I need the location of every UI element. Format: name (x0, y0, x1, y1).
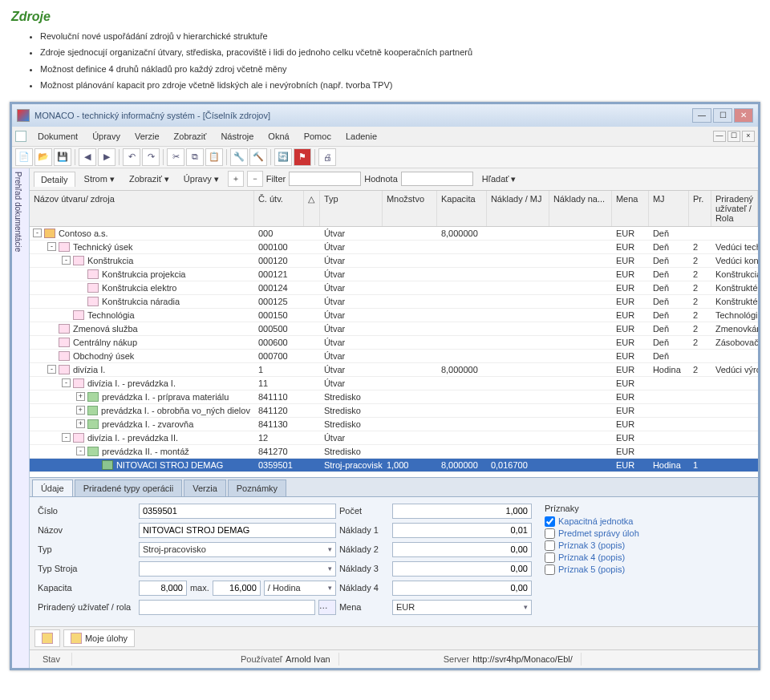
priznak-checkbox[interactable] (545, 540, 555, 551)
add-icon[interactable]: ＋ (228, 171, 244, 187)
priznak-item[interactable]: Predmet správy úloh (545, 528, 665, 539)
expand-icon[interactable]: - (62, 378, 71, 387)
minimize-button[interactable]: — (692, 108, 711, 123)
menu-okna[interactable]: Okná (261, 128, 295, 144)
tab-verzia[interactable]: Verzia (184, 479, 226, 496)
combo-mena[interactable]: EUR (392, 600, 532, 615)
priznak-checkbox[interactable] (545, 528, 555, 539)
flag-icon[interactable]: ⚑ (294, 148, 311, 166)
priznak-item[interactable]: Príznak 5 (popis) (545, 564, 665, 575)
combo-typstroja[interactable] (139, 561, 336, 577)
menu-zobrazit[interactable]: Zobraziť (168, 128, 213, 144)
table-row[interactable]: -divízia I. - prevádzka II.12ÚtvarEUR (30, 431, 758, 445)
menu-ladenie[interactable]: Ladenie (339, 128, 383, 144)
input-cislo[interactable] (139, 504, 336, 519)
priznaky-panel: Príznaky Kapacitná jednotkaPredmet správ… (545, 504, 665, 615)
tab-typy-operacii[interactable]: Priradené typy operácii (75, 479, 183, 496)
priznak-item[interactable]: Príznak 4 (popis) (545, 552, 665, 563)
table-row[interactable]: -Contoso a.s.000Útvar8,000000EURDeň (30, 227, 758, 241)
menu-nastroje[interactable]: Nástroje (214, 128, 260, 144)
btn-hladat[interactable]: Hľadať ▾ (476, 171, 522, 188)
input-nazov[interactable] (139, 523, 336, 538)
btn-tasks-icon[interactable] (34, 629, 60, 647)
nav-fwd-icon[interactable]: ▶ (98, 148, 116, 166)
new-icon[interactable]: 📄 (15, 148, 33, 166)
priznak-item[interactable]: Príznak 3 (popis) (545, 540, 665, 551)
hodnota-input[interactable] (401, 172, 473, 186)
priznak-item[interactable]: Kapacitná jednotka (545, 516, 665, 527)
tab-poznamky[interactable]: Poznámky (228, 479, 286, 496)
expand-icon[interactable]: - (47, 365, 56, 374)
table-row[interactable]: -Konštrukcia000120ÚtvarEURDeň2Vedúci kon… (30, 254, 758, 268)
input-nak3[interactable] (392, 561, 532, 577)
menu-verzie[interactable]: Verzie (128, 128, 166, 144)
close-button[interactable]: ✕ (734, 108, 753, 123)
menu-dokument[interactable]: Dokument (31, 128, 84, 144)
grid-body[interactable]: -Contoso a.s.000Útvar8,000000EURDeň-Tech… (30, 227, 758, 477)
input-nak1[interactable] (392, 523, 532, 538)
input-nak2[interactable] (392, 542, 532, 557)
input-kapmax[interactable] (213, 581, 261, 596)
table-row[interactable]: -Technický úsek000100ÚtvarEURDeň2Vedúci … (30, 241, 758, 254)
redo-icon[interactable]: ↷ (142, 148, 160, 166)
btn-strom[interactable]: Strom ▾ (79, 171, 120, 188)
btn-upravy[interactable]: Úpravy ▾ (178, 171, 225, 188)
table-row[interactable]: Centrálny nákup000600ÚtvarEURDeň2Zásobov… (30, 336, 758, 350)
table-row[interactable]: +prevádzka I. - obrobňa vo_ných dielov84… (30, 404, 758, 418)
expand-icon[interactable]: + (76, 392, 85, 401)
table-row[interactable]: Konštrukcia náradia000125ÚtvarEURDeň2Kon… (30, 295, 758, 309)
priznak-checkbox[interactable] (545, 516, 555, 527)
expand-icon[interactable]: - (33, 229, 42, 237)
maximize-button[interactable]: ☐ (713, 108, 732, 123)
filter-input[interactable] (289, 172, 361, 186)
menu-upravy[interactable]: Úpravy (86, 128, 127, 144)
hammer-icon[interactable]: 🔨 (249, 148, 267, 166)
btn-zobrazit[interactable]: Zobraziť ▾ (124, 171, 175, 188)
btn-lookup-user[interactable]: … (318, 600, 336, 615)
mdi-minimize-button[interactable]: — (713, 131, 726, 142)
menu-pomoc[interactable]: Pomoc (298, 128, 338, 144)
table-row[interactable]: -divízia I.1Útvar8,000000EURHodina2Vedúc… (30, 363, 758, 377)
mdi-restore-button[interactable]: ☐ (727, 131, 740, 142)
table-row[interactable]: +prevádzka I. - zvarovňa841130StrediskoE… (30, 418, 758, 431)
table-row[interactable]: Obchodný úsek000700ÚtvarEURDeň (30, 350, 758, 363)
nav-back-icon[interactable]: ◀ (79, 148, 96, 166)
expand-icon[interactable]: - (62, 256, 71, 265)
expand-icon[interactable]: - (62, 433, 71, 442)
table-row[interactable]: Konštrukcia projekcia000121ÚtvarEURDeň2K… (30, 268, 758, 281)
expand-icon[interactable]: - (47, 242, 56, 251)
refresh-icon[interactable]: 🔄 (274, 148, 292, 166)
remove-icon[interactable]: － (247, 171, 263, 187)
print-icon[interactable]: 🖨 (318, 148, 336, 166)
tab-detaily[interactable]: Detaily (34, 172, 75, 187)
side-tab[interactable]: Prehľad dokumentácie (12, 168, 30, 668)
table-row[interactable]: -divízia I. - prevádzka I.11ÚtvarEUR (30, 377, 758, 390)
input-nak4[interactable] (392, 581, 532, 596)
table-row[interactable]: NITOVACI STROJ DEMAG0359501Stroj-pracovi… (30, 459, 758, 472)
btn-moje-ulohy[interactable]: Moje úlohy (63, 629, 135, 647)
expand-icon[interactable]: - (76, 447, 85, 455)
table-row[interactable]: +prevádzka I. - príprava materiálu841110… (30, 390, 758, 404)
mdi-close-button[interactable]: × (742, 131, 755, 142)
combo-typ[interactable]: Stroj-pracovisko (139, 542, 336, 557)
tab-udaje[interactable]: Údaje (32, 479, 73, 496)
table-row[interactable]: Technológia000150ÚtvarEURDeň2Technológia… (30, 309, 758, 322)
cut-icon[interactable]: ✂ (167, 148, 184, 166)
copy-icon[interactable]: ⧉ (186, 148, 204, 166)
input-priradeny[interactable] (139, 600, 315, 615)
table-row[interactable]: Konštrukcia elektro000124ÚtvarEURDeň2Kon… (30, 281, 758, 295)
expand-icon[interactable]: + (76, 406, 85, 415)
priznak-checkbox[interactable] (545, 564, 555, 575)
priznak-checkbox[interactable] (545, 552, 555, 563)
expand-icon[interactable]: + (76, 419, 85, 428)
save-icon[interactable]: 💾 (54, 148, 71, 166)
combo-kapunit[interactable]: / Hodina (264, 581, 336, 596)
input-kapacita[interactable] (139, 581, 187, 596)
undo-icon[interactable]: ↶ (123, 148, 140, 166)
paste-icon[interactable]: 📋 (205, 148, 223, 166)
table-row[interactable]: -prevádzka II. - montáž841270StrediskoEU… (30, 445, 758, 459)
input-pocet[interactable] (392, 504, 532, 519)
table-row[interactable]: Zmenová služba000500ÚtvarEURDeň2Zmenovká… (30, 322, 758, 336)
open-icon[interactable]: 📂 (34, 148, 52, 166)
tool-icon[interactable]: 🔧 (230, 148, 248, 166)
